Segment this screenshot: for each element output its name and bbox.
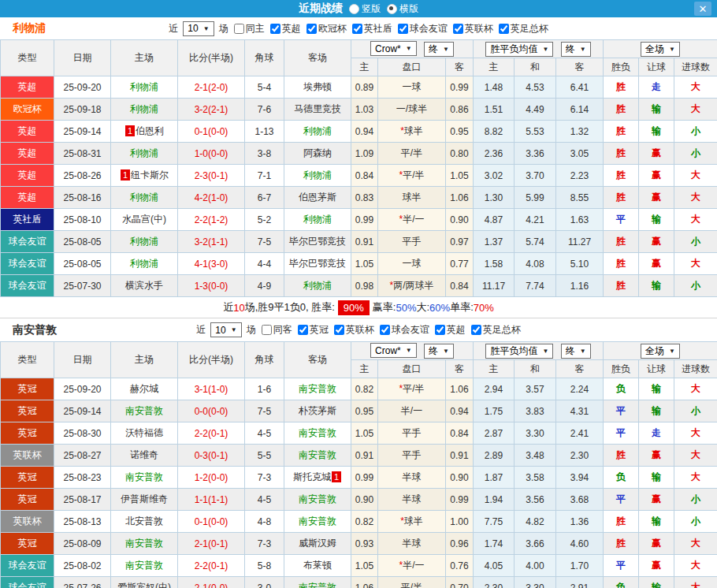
team-name-text: 伯恩利: [136, 125, 164, 136]
league-checkbox[interactable]: [380, 325, 390, 335]
result-outcome: 胜: [604, 533, 639, 555]
final-odds-select[interactable]: 终▼: [424, 42, 454, 57]
summary-part: 大:: [416, 300, 429, 314]
league-checkbox[interactable]: [270, 24, 280, 34]
subcol-result: 胜负: [604, 360, 639, 378]
away-team: 阿森纳: [284, 143, 351, 165]
avg-home: 3.02: [474, 165, 515, 187]
odds-home: 0.83: [351, 187, 378, 209]
subcol-handicap-result: 让球: [639, 58, 674, 76]
same-venue-checkbox[interactable]: [234, 24, 244, 34]
odds-company-select[interactable]: Crow*▼: [370, 343, 417, 358]
filters: 近 10▼ 场 同客 英冠英联杯球会友谊英超英足总杯: [196, 322, 520, 337]
table-header: 类型 日期 主场 比分(半场) 角球 客场 Crow*▼ 终▼ 胜平负均值▼ 终…: [1, 40, 717, 76]
team-name-text: 马德里竞技: [294, 103, 341, 114]
corners: 5-4: [245, 76, 284, 99]
team-name-text: 南安普敦: [299, 383, 336, 394]
handicap: 半/一: [378, 400, 446, 422]
final-odds-select[interactable]: 终▼: [424, 344, 454, 359]
team-name-text: 水晶宫(中): [122, 214, 166, 225]
team-name-text: 爱斯宾奴(中): [117, 582, 171, 588]
league-filters: 英超欧冠杯英社盾球会友谊英联杯英足总杯: [267, 22, 548, 35]
handicap: 半球: [378, 533, 446, 555]
match-date: 25-08-30: [54, 422, 111, 445]
handicap: 平手: [378, 422, 446, 445]
near-count-select[interactable]: 10▼: [210, 322, 241, 337]
result-outcome: 胜: [604, 275, 639, 297]
league-checkbox[interactable]: [453, 24, 463, 34]
league-filters: 英冠英联杯球会友谊英超英足总杯: [295, 323, 521, 337]
table-row: 英冠25-08-30沃特福德2-2(0-1)4-5南安普敦1.05平手0.842…: [1, 422, 717, 445]
home-team: 爱斯宾奴(中): [111, 577, 178, 588]
handicap: *球半: [378, 121, 446, 143]
avg-home: 2.30: [474, 577, 515, 588]
team-section: 利物浦 近 10▼ 场 同主 英超欧冠杯英社盾球会友谊英联杯英足总杯 类型 日期…: [0, 17, 717, 318]
goals-outcome: 大: [674, 378, 717, 400]
subcol-avg-draw: 和: [515, 58, 556, 76]
horizontal-layout-radio[interactable]: [387, 4, 397, 14]
close-icon[interactable]: ✕: [694, 2, 711, 16]
chevron-down-icon: ▼: [443, 348, 449, 355]
horizontal-layout-label[interactable]: 横版: [399, 2, 418, 16]
fullmatch-select[interactable]: 全场▼: [641, 42, 680, 57]
league-filter-label: 英足总杯: [483, 323, 521, 337]
league-checkbox[interactable]: [334, 325, 344, 335]
league-checkbox[interactable]: [435, 325, 445, 335]
league-checkbox[interactable]: [499, 24, 509, 34]
odds-home: 0.95: [351, 400, 378, 422]
team-name-text: 利物浦: [130, 192, 158, 203]
away-team: 南安普敦: [284, 422, 351, 445]
handicap-star: *: [389, 280, 393, 291]
league-checkbox[interactable]: [398, 24, 408, 34]
away-team: 南安普敦: [284, 445, 351, 467]
home-team: 1纽卡斯尔: [111, 165, 178, 187]
corners: 7-5: [245, 231, 284, 253]
handicap-outcome: 输: [639, 511, 674, 533]
avg-draw: 3.30: [515, 577, 556, 588]
panel-title: 近期战绩: [299, 2, 343, 16]
avg-odds-select[interactable]: 胜平负均值▼: [485, 344, 553, 359]
avg-home: 1.30: [474, 187, 515, 209]
result-outcome: 负: [604, 378, 639, 400]
avg-odds-select[interactable]: 胜平负均值▼: [485, 42, 553, 57]
league-filter-label: 英联杯: [465, 22, 493, 35]
league-checkbox[interactable]: [306, 24, 317, 34]
results-table: 类型 日期 主场 比分(半场) 角球 客场 Crow*▼ 终▼ 胜平负均值▼ 终…: [0, 39, 717, 297]
final-avg-select[interactable]: 终▼: [561, 344, 591, 359]
league-badge: 英社盾: [1, 209, 54, 231]
league-checkbox[interactable]: [471, 325, 481, 335]
fullmatch-header-group: 全场▼: [604, 342, 717, 360]
near-count-select[interactable]: 10▼: [183, 21, 214, 36]
score: 3-2(2-1): [178, 99, 245, 121]
table-row: 英超25-09-141伯恩利0-1(0-0)1-13利物浦0.94*球半0.95…: [1, 121, 717, 143]
table-row: 球会友谊25-08-05利物浦4-1(3-0)4-4毕尔巴鄂竞技1.05一球0.…: [1, 253, 717, 275]
odds-company-select[interactable]: Crow*▼: [370, 41, 417, 56]
league-filter: 英超: [267, 22, 301, 35]
handicap-outcome: 赢: [639, 187, 674, 209]
col-header-away: 客场: [284, 342, 351, 378]
avg-draw: 7.74: [515, 275, 556, 297]
col-header-type: 类型: [1, 342, 54, 378]
goals-outcome: 大: [674, 467, 717, 489]
vertical-layout-label[interactable]: 竖版: [362, 2, 381, 16]
final-avg-select[interactable]: 终▼: [561, 42, 591, 57]
team-name-text: 伊普斯维奇: [121, 493, 168, 504]
league-badge: 英联杯: [1, 445, 54, 467]
summary-part: 赢率:: [373, 300, 396, 314]
team-name-text: 纽卡斯尔: [131, 169, 169, 180]
score: 2-2(0-1): [178, 555, 245, 577]
team-name-text: 利物浦: [303, 214, 332, 225]
league-badge: 英冠: [1, 533, 54, 555]
home-team: 利物浦: [111, 99, 178, 121]
fullmatch-select[interactable]: 全场▼: [641, 344, 680, 359]
avg-home: 4.87: [474, 209, 515, 231]
handicap-outcome: 输: [639, 577, 674, 588]
summary-part: 10: [233, 302, 244, 314]
odds-home: 0.99: [351, 209, 378, 231]
league-checkbox[interactable]: [298, 325, 308, 335]
chevron-down-icon: ▼: [580, 348, 586, 355]
league-checkbox[interactable]: [352, 24, 362, 34]
col-header-type: 类型: [1, 40, 54, 76]
same-venue-checkbox[interactable]: [262, 325, 272, 335]
vertical-layout-radio[interactable]: [349, 4, 359, 14]
